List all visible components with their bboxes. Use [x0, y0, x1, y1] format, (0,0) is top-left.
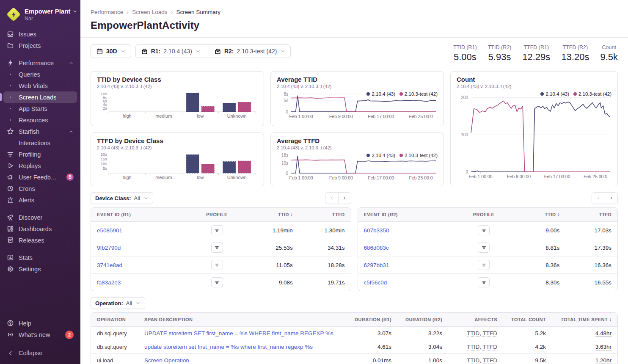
- column-header-ttid[interactable]: TTID↓: [514, 208, 566, 222]
- span-description-link[interactable]: update storeitem set first_name = %s whe…: [144, 344, 313, 350]
- sidebar-item-label: User Feedback: [19, 174, 59, 181]
- sidebar-item-web-vitals[interactable]: Web Vitals: [3, 80, 77, 91]
- column-header-ttid[interactable]: TTID↓: [247, 208, 299, 222]
- column-header-profile[interactable]: PROFILE: [187, 208, 247, 222]
- svg-text:Feb 17 00:00: Feb 17 00:00: [544, 174, 570, 179]
- issues-icon: [7, 30, 14, 38]
- sidebar-item-label: Discover: [19, 214, 42, 221]
- prev-page-button[interactable]: [325, 193, 338, 204]
- sidebar-item-performance[interactable]: Performance: [3, 57, 77, 69]
- sidebar-item-starfish[interactable]: Starfish: [3, 126, 77, 137]
- sidebar-item-settings[interactable]: Settings: [3, 263, 77, 275]
- sidebar-item-alerts[interactable]: Alerts: [3, 194, 77, 206]
- sidebar-item-app-starts[interactable]: App Starts: [3, 103, 77, 114]
- column-header-total-time-spent[interactable]: TOTAL TIME SPENT↓: [552, 313, 617, 327]
- profile-button[interactable]: [478, 277, 490, 287]
- profiling-icon: [7, 151, 14, 158]
- span-description-link[interactable]: UPDATE storeitem SET first_name = %s WHE…: [144, 330, 333, 336]
- event-link[interactable]: 9fb2790d: [97, 245, 121, 251]
- sidebar-item-user-feedback[interactable]: User FeedbackB: [3, 171, 77, 183]
- profile-icon: [481, 280, 487, 285]
- profile-button[interactable]: [211, 260, 223, 270]
- breadcrumb-performance[interactable]: Performance: [91, 9, 123, 15]
- sidebar-collapse[interactable]: Collapse: [3, 347, 77, 359]
- legend-entry: 2.10.3-test (42): [399, 91, 438, 97]
- sidebar-item-resources[interactable]: Resources: [3, 114, 77, 126]
- affects-value[interactable]: TTID, TTFD: [467, 344, 497, 350]
- sidebar-item-help[interactable]: Help: [3, 317, 77, 329]
- column-header-duration-r2[interactable]: DURATION (R2): [397, 313, 448, 327]
- sidebar-item-queries[interactable]: Queries: [3, 69, 77, 80]
- sidebar-item-releases[interactable]: Releases: [3, 234, 77, 246]
- breadcrumb-screen-loads[interactable]: Screen Loads: [132, 9, 167, 15]
- sidebar-item-label: Projects: [19, 42, 41, 49]
- chart-title: Average TTFD: [277, 137, 438, 144]
- event-link[interactable]: fa83a2e3: [97, 279, 121, 286]
- operation-filter[interactable]: Operation: All: [91, 297, 145, 309]
- sidebar: Empower Plant Nar IssuesProjectsPerforma…: [0, 0, 80, 364]
- sidebar-item-crons[interactable]: Crons: [3, 183, 77, 194]
- column-header-event-id-r1[interactable]: EVENT ID (R1): [91, 208, 187, 222]
- date-range-button[interactable]: 30D: [91, 44, 131, 58]
- svg-text:Feb 25 00:0: Feb 25 00:0: [584, 174, 607, 179]
- events-table-r2-wrap: EVENT ID (R2)PROFILETTID↓TTFD607b33509.0…: [358, 207, 618, 291]
- event-link[interactable]: e5085901: [97, 227, 122, 234]
- event-link[interactable]: c5f56c0d: [364, 279, 387, 286]
- event-link[interactable]: 3741e8ad: [97, 262, 122, 268]
- prev-page-button[interactable]: [592, 193, 605, 204]
- column-header-ttfd[interactable]: TTFD: [299, 208, 351, 222]
- sidebar-item-what-s-new[interactable]: What's new2: [3, 329, 77, 340]
- total-count-value: 5.2k: [503, 327, 552, 340]
- sidebar-item-discover[interactable]: Discover: [3, 212, 77, 223]
- event-link[interactable]: 607b3350: [364, 227, 389, 234]
- operation-value: All: [126, 300, 132, 306]
- chart-title: TTID by Device Class: [97, 76, 258, 83]
- org-switcher[interactable]: Empower Plant Nar: [0, 6, 80, 28]
- device-class-filter[interactable]: Device Class: All: [91, 192, 153, 204]
- sidebar-item-projects[interactable]: Projects: [3, 40, 77, 51]
- profile-button[interactable]: [211, 277, 223, 287]
- profile-button[interactable]: [478, 243, 490, 253]
- sidebar-item-screen-loads[interactable]: Screen Loads: [3, 91, 77, 103]
- profile-button[interactable]: [211, 243, 223, 253]
- ttfd-value: 1.30min: [299, 222, 351, 239]
- column-header-affects[interactable]: AFFECTS: [448, 313, 503, 327]
- profile-button[interactable]: [478, 225, 490, 235]
- next-page-button[interactable]: [338, 193, 351, 204]
- total-time-spent-link[interactable]: 1.20hr: [595, 357, 611, 364]
- column-header-ttfd[interactable]: TTFD: [565, 208, 617, 222]
- svg-text:Feb 17 00:00: Feb 17 00:00: [368, 114, 394, 119]
- affects-value[interactable]: TTID, TTFD: [467, 357, 497, 364]
- chevron-left-icon: [329, 196, 334, 201]
- svg-text:10s: 10s: [101, 161, 107, 166]
- column-header-event-id-r2[interactable]: EVENT ID (R2): [358, 208, 454, 222]
- event-link[interactable]: 6297bb31: [364, 262, 389, 268]
- total-time-spent-link[interactable]: 4.48hr: [595, 330, 611, 337]
- column-header-span-description[interactable]: SPAN DESCRIPTION: [138, 313, 347, 327]
- sidebar-item-replays[interactable]: Replays: [3, 160, 77, 171]
- affects-value[interactable]: TTID, TTFD: [467, 330, 497, 337]
- column-header-operation[interactable]: OPERATION: [91, 313, 138, 327]
- duration-r2: 1.00s: [397, 354, 448, 364]
- event-link[interactable]: 686d083c: [364, 245, 389, 251]
- release-r1-button[interactable]: R1: 2.10.4 (43): [136, 45, 206, 58]
- sidebar-item-dashboards[interactable]: Dashboards: [3, 223, 77, 234]
- total-time-spent-link[interactable]: 3.63hr: [595, 344, 611, 350]
- column-header-total-count[interactable]: TOTAL COUNT: [503, 313, 552, 327]
- chart-subtitle: 2.10.4 (43) v. 2.10.3..t (42): [457, 84, 611, 89]
- profile-button[interactable]: [478, 260, 490, 270]
- span-description-link[interactable]: Screen Operation: [144, 357, 189, 364]
- svg-text:low: low: [197, 113, 204, 119]
- sidebar-item-interactions[interactable]: Interactions: [3, 137, 77, 149]
- next-page-button[interactable]: [605, 193, 617, 204]
- release-r2-button[interactable]: R2: 2.10.3-test (42): [209, 45, 291, 58]
- chart-ttid-by-device-class: TTID by Device Class 2.10.4 (43) v. 2.10…: [91, 71, 264, 126]
- column-header-duration-r1[interactable]: DURATION (R1): [347, 313, 397, 327]
- sidebar-item-profiling[interactable]: Profiling: [3, 149, 77, 160]
- chevron-right-icon: [342, 196, 347, 201]
- profile-button[interactable]: [211, 225, 223, 235]
- svg-text:Feb 1 00:00: Feb 1 00:00: [289, 175, 313, 180]
- sidebar-item-issues[interactable]: Issues: [3, 28, 77, 40]
- sidebar-item-stats[interactable]: Stats: [3, 252, 77, 263]
- column-header-profile[interactable]: PROFILE: [454, 208, 514, 222]
